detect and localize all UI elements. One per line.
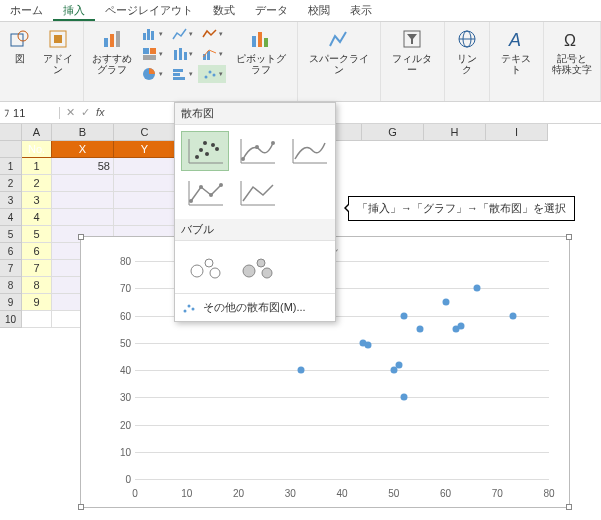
tab-data[interactable]: データ: [245, 0, 298, 21]
pie-chart-button[interactable]: ▾: [138, 65, 166, 83]
row-hdr-2[interactable]: 1: [0, 158, 22, 175]
scatter-smooth-button[interactable]: [285, 131, 333, 171]
data-point[interactable]: [401, 394, 408, 401]
recommended-charts-button[interactable]: おすすめ グラフ: [90, 25, 134, 77]
svg-rect-3: [54, 35, 62, 43]
hierarchy-chart-button[interactable]: ▾: [138, 45, 166, 63]
tab-home[interactable]: ホーム: [0, 0, 53, 21]
cell-C2[interactable]: [114, 158, 176, 175]
row-hdr-7[interactable]: 6: [0, 243, 22, 260]
svg-point-55: [219, 183, 223, 187]
data-point[interactable]: [473, 285, 480, 292]
row-hdr-9[interactable]: 8: [0, 277, 22, 294]
cancel-icon[interactable]: ✕: [66, 106, 75, 119]
cell-A3[interactable]: 2: [22, 175, 52, 192]
cell-C5[interactable]: [114, 209, 176, 226]
scatter-smooth-markers-button[interactable]: [233, 131, 281, 171]
pivotchart-button[interactable]: ピボットグラフ: [230, 25, 291, 77]
data-point[interactable]: [458, 323, 465, 330]
tab-formulas[interactable]: 数式: [203, 0, 245, 21]
cell-B1[interactable]: X: [52, 141, 114, 158]
bubble-3d-button[interactable]: [233, 247, 281, 287]
svg-rect-21: [173, 77, 185, 80]
col-hdr-B[interactable]: B: [52, 124, 114, 141]
cell-A11[interactable]: [22, 311, 52, 328]
enter-icon[interactable]: ✓: [81, 106, 90, 119]
col-hdr-H[interactable]: H: [424, 124, 486, 141]
row-hdr-11[interactable]: 10: [0, 311, 22, 328]
svg-rect-6: [116, 31, 120, 47]
cell-C1[interactable]: Y: [114, 141, 176, 158]
cell-A7[interactable]: 6: [22, 243, 52, 260]
line-chart-button[interactable]: ▾: [168, 25, 196, 43]
cell-A9[interactable]: 8: [22, 277, 52, 294]
cell-A1[interactable]: No.: [22, 141, 52, 158]
cell-B5[interactable]: [52, 209, 114, 226]
data-point[interactable]: [509, 312, 516, 319]
scatter-lines-button[interactable]: [233, 173, 281, 213]
cell-B3[interactable]: [52, 175, 114, 192]
bubble-button[interactable]: [181, 247, 229, 287]
scatter-markers-button[interactable]: [181, 131, 229, 171]
resize-handle[interactable]: [78, 504, 84, 510]
col-hdr-G[interactable]: G: [362, 124, 424, 141]
sparklines-button[interactable]: スパークライン: [304, 25, 374, 77]
cell-A6[interactable]: 5: [22, 226, 52, 243]
data-point[interactable]: [364, 342, 371, 349]
row-hdr-8[interactable]: 7: [0, 260, 22, 277]
cell-A5[interactable]: 4: [22, 209, 52, 226]
scatter-lines-markers-button[interactable]: [181, 173, 229, 213]
illustrations-button[interactable]: 図: [6, 25, 34, 66]
tab-pagelayout[interactable]: ページレイアウト: [95, 0, 203, 21]
bar-h-chart-button[interactable]: ▾: [168, 65, 196, 83]
data-point[interactable]: [401, 312, 408, 319]
text-icon: A: [504, 27, 528, 51]
data-point[interactable]: [297, 367, 304, 374]
row-hdr-3[interactable]: 2: [0, 175, 22, 192]
tab-review[interactable]: 校閲: [298, 0, 340, 21]
col-hdr-I[interactable]: I: [486, 124, 548, 141]
row-hdr-5[interactable]: 4: [0, 209, 22, 226]
name-box[interactable]: ﾌ 11: [0, 107, 60, 119]
fx-icon[interactable]: fx: [96, 106, 105, 119]
addins-button[interactable]: アドイン: [38, 25, 77, 77]
ribbon: 図 アドイン おすすめ グラフ ▾ ▾ ▾ ▾ ▾ ▾ ▾ ▾ ▾: [0, 22, 601, 102]
cell-A4[interactable]: 3: [22, 192, 52, 209]
data-point[interactable]: [416, 326, 423, 333]
row-hdr-4[interactable]: 3: [0, 192, 22, 209]
row-hdr-1[interactable]: [0, 141, 22, 158]
cell-B4[interactable]: [52, 192, 114, 209]
cell-C3[interactable]: [114, 175, 176, 192]
cell-A2[interactable]: 1: [22, 158, 52, 175]
shapes-icon: [8, 27, 32, 51]
stock-chart-button[interactable]: ▾: [198, 25, 226, 43]
svg-point-23: [208, 71, 211, 74]
cell-C4[interactable]: [114, 192, 176, 209]
cell-A8[interactable]: 7: [22, 260, 52, 277]
col-hdr-C[interactable]: C: [114, 124, 176, 141]
bar-chart-button[interactable]: ▾: [138, 25, 166, 43]
link-button[interactable]: リンク: [451, 25, 483, 77]
text-button[interactable]: A テキスト: [496, 25, 537, 77]
sparklines-icon: [327, 27, 351, 51]
row-hdr-10[interactable]: 9: [0, 294, 22, 311]
cell-B2[interactable]: 58: [52, 158, 114, 175]
resize-handle[interactable]: [566, 504, 572, 510]
col-hdr-A[interactable]: A: [22, 124, 52, 141]
data-point[interactable]: [442, 298, 449, 305]
select-all-corner[interactable]: [0, 124, 22, 141]
tab-insert[interactable]: 挿入: [53, 0, 95, 21]
data-point[interactable]: [395, 361, 402, 368]
scatter-chart-button[interactable]: ▾: [198, 65, 226, 83]
row-hdr-6[interactable]: 5: [0, 226, 22, 243]
cell-A10[interactable]: 9: [22, 294, 52, 311]
svg-point-42: [203, 141, 207, 145]
combo-chart-button[interactable]: ▾: [198, 45, 226, 63]
resize-handle[interactable]: [566, 234, 572, 240]
resize-handle[interactable]: [78, 234, 84, 240]
filter-button[interactable]: フィルター: [387, 25, 438, 77]
statistic-chart-button[interactable]: ▾: [168, 45, 196, 63]
symbols-button[interactable]: Ω 記号と 特殊文字: [550, 25, 594, 77]
tab-view[interactable]: 表示: [340, 0, 382, 21]
more-scatter-button[interactable]: その他の散布図(M)...: [175, 293, 335, 321]
